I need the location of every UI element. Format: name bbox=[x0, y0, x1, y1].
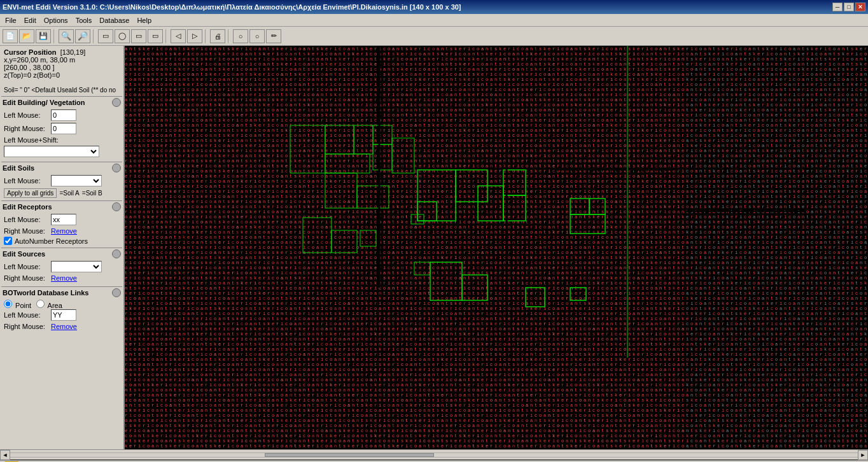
autonumber-checkbox[interactable] bbox=[4, 237, 12, 245]
minimize-button[interactable]: ─ bbox=[832, 3, 843, 11]
draw-circle-button[interactable]: ○ bbox=[233, 29, 248, 43]
toolbar-separator-5 bbox=[228, 29, 230, 43]
edit-receptors-toggle[interactable] bbox=[112, 202, 121, 211]
edit-receptors-header[interactable]: Edit Receptors bbox=[1, 200, 122, 213]
edit-sources-content: Left Mouse: Right Mouse: Remove bbox=[1, 260, 122, 285]
tool4-button[interactable]: ▭ bbox=[148, 29, 163, 43]
receptors-right-mouse-label: Right Mouse: bbox=[4, 227, 48, 235]
edit-soils-content: Left Mouse: Apply to all grids =Soil A =… bbox=[1, 174, 122, 199]
right-mouse-row: Right Mouse: bbox=[4, 123, 120, 134]
edit-sources-toggle[interactable] bbox=[112, 249, 121, 258]
scrollbar-track[interactable] bbox=[10, 452, 858, 458]
toolbar-separator-2 bbox=[93, 29, 95, 43]
botworld-right-mouse-label: Right Mouse: bbox=[4, 323, 48, 330]
edit-soils-toggle[interactable] bbox=[112, 164, 121, 172]
botworld-title: BOTworld Database Links bbox=[3, 289, 89, 297]
print-button[interactable]: 🖨 bbox=[210, 29, 225, 43]
cursor-position-section: Cursor Position [130,19] x,y=260,00 m, 3… bbox=[1, 47, 122, 95]
point-radio-label[interactable]: Point bbox=[4, 300, 31, 309]
edit-receptors-title: Edit Receptors bbox=[3, 203, 52, 211]
canvas-wrapper bbox=[125, 46, 868, 449]
edit-sources-section: Edit Sources Left Mouse: Right Mouse: Re… bbox=[1, 248, 122, 285]
left-mouse-label: Left Mouse: bbox=[4, 111, 48, 119]
toolbar: 📄 📂 💾 🔍 🔎 ▭ ◯ ▭ ▭ ◁ ▷ 🖨 ○ ○ ✏ bbox=[0, 27, 868, 46]
area-radio-label[interactable]: Area bbox=[36, 300, 62, 309]
tool3-button[interactable]: ▭ bbox=[131, 29, 146, 43]
scrollbar-thumb[interactable] bbox=[265, 453, 434, 457]
left-mouse-input[interactable] bbox=[51, 109, 76, 121]
select-rect-button[interactable]: ▭ bbox=[98, 29, 113, 43]
apply-all-grids-button[interactable]: Apply to all grids bbox=[4, 188, 57, 198]
menu-options[interactable]: Options bbox=[40, 15, 72, 25]
canvas-area[interactable] bbox=[125, 46, 868, 449]
autonumber-row: AutoNumber Receptors bbox=[4, 237, 120, 245]
xy-brackets: [260,00 , 38,00 ] bbox=[4, 64, 120, 71]
botworld-left-mouse-label: Left Mouse: bbox=[4, 311, 48, 319]
sources-right-mouse-row: Right Mouse: Remove bbox=[4, 274, 120, 282]
scroll-left-button[interactable]: ◄ bbox=[0, 450, 10, 460]
draw-ellipse-button[interactable]: ○ bbox=[249, 29, 265, 43]
apply-row: Apply to all grids =Soil A =Soil B bbox=[4, 188, 120, 198]
receptors-left-mouse-label: Left Mouse: bbox=[4, 216, 48, 223]
save-button[interactable]: 💾 bbox=[36, 29, 51, 43]
soils-left-mouse-label: Left Mouse: bbox=[4, 177, 48, 185]
botworld-header[interactable]: BOTworld Database Links bbox=[1, 286, 122, 298]
menu-database[interactable]: Database bbox=[95, 15, 133, 25]
zoom-out-button[interactable]: 🔎 bbox=[75, 29, 90, 43]
edit-receptors-content: Left Mouse: Right Mouse: Remove AutoNumb… bbox=[1, 213, 122, 246]
sources-left-mouse-row: Left Mouse: bbox=[4, 261, 120, 272]
botworld-toggle[interactable] bbox=[112, 288, 121, 297]
close-button[interactable]: ✕ bbox=[855, 3, 865, 11]
menu-help[interactable]: Help bbox=[133, 15, 155, 25]
edit-soils-header[interactable]: Edit Soils bbox=[1, 162, 122, 174]
menu-tools[interactable]: Tools bbox=[72, 15, 96, 25]
pen-button[interactable]: ✏ bbox=[266, 29, 281, 43]
back-button[interactable]: ◁ bbox=[171, 29, 186, 43]
edit-building-header[interactable]: Edit Building/ Vegetation bbox=[1, 96, 122, 108]
left-mouse-row: Left Mouse: bbox=[4, 109, 120, 121]
open-button[interactable]: 📂 bbox=[19, 29, 34, 43]
shift-dropdown[interactable] bbox=[4, 146, 99, 157]
title-bar: ENVI-met Eddi Version 3.1.0: C:\Users\Ni… bbox=[0, 0, 868, 14]
menu-file[interactable]: File bbox=[1, 15, 20, 25]
menu-bar: File Edit Options Tools Database Help bbox=[0, 14, 868, 27]
edit-building-toggle[interactable] bbox=[112, 98, 121, 107]
botworld-remove-link[interactable]: Remove bbox=[51, 323, 77, 330]
grid-canvas[interactable] bbox=[125, 46, 868, 449]
soil-info: Soil= " 0" <Default Useald Soil (** do n… bbox=[4, 87, 120, 94]
sources-left-mouse-label: Left Mouse: bbox=[4, 263, 48, 270]
new-button[interactable]: 📄 bbox=[3, 29, 18, 43]
edit-sources-header[interactable]: Edit Sources bbox=[1, 248, 122, 260]
select-circle-button[interactable]: ◯ bbox=[115, 29, 130, 43]
soils-left-mouse-row: Left Mouse: bbox=[4, 175, 120, 186]
zoom-in-button[interactable]: 🔍 bbox=[59, 29, 74, 43]
cursor-position-label: Cursor Position [130,19] bbox=[4, 48, 120, 56]
toolbar-separator-3 bbox=[165, 29, 168, 43]
right-mouse-input[interactable] bbox=[51, 123, 76, 134]
maximize-button[interactable]: □ bbox=[844, 3, 854, 11]
window-controls: ─ □ ✕ bbox=[832, 3, 865, 11]
area-radio[interactable] bbox=[36, 300, 45, 308]
menu-edit[interactable]: Edit bbox=[20, 15, 40, 25]
left-mouse-shift-label: Left Mouse+Shift: bbox=[4, 136, 59, 144]
soils-left-mouse-dropdown[interactable] bbox=[51, 175, 102, 186]
sources-remove-link[interactable]: Remove bbox=[51, 274, 77, 282]
botworld-left-mouse-row: Left Mouse: bbox=[4, 309, 120, 321]
horizontal-scrollbar: ◄ ► bbox=[0, 449, 868, 459]
botworld-left-mouse-input[interactable] bbox=[51, 309, 76, 321]
receptors-remove-link[interactable]: Remove bbox=[51, 227, 77, 235]
autonumber-label: AutoNumber Receptors bbox=[15, 237, 88, 245]
receptors-right-mouse-row: Right Mouse: Remove bbox=[4, 227, 120, 235]
point-radio[interactable] bbox=[4, 300, 12, 308]
shift-dropdown-row bbox=[4, 146, 120, 157]
scroll-right-button[interactable]: ► bbox=[858, 450, 868, 460]
receptors-left-mouse-input[interactable] bbox=[51, 214, 76, 225]
sources-left-mouse-dropdown[interactable] bbox=[51, 261, 102, 272]
main-area: Cursor Position [130,19] x,y=260,00 m, 3… bbox=[0, 46, 868, 449]
toolbar-separator-4 bbox=[205, 29, 207, 43]
right-mouse-label: Right Mouse: bbox=[4, 125, 48, 132]
left-panel: Cursor Position [130,19] x,y=260,00 m, 3… bbox=[0, 46, 125, 449]
z-coords: z(Top)=0 z(Bot)=0 bbox=[4, 71, 120, 79]
forward-button[interactable]: ▷ bbox=[187, 29, 202, 43]
title-text: ENVI-met Eddi Version 3.1.0: C:\Users\Ni… bbox=[3, 3, 461, 11]
